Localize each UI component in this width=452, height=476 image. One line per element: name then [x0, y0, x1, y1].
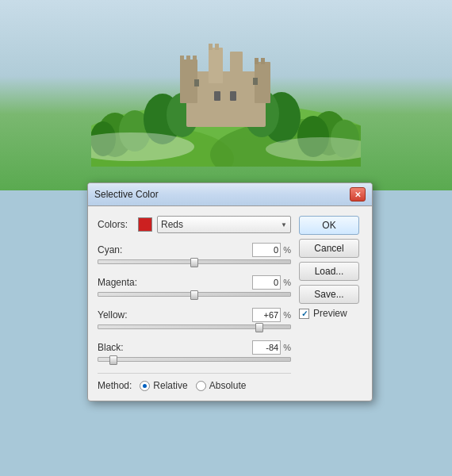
black-percent: %: [283, 343, 291, 352]
absolute-label: Absolute: [209, 380, 247, 391]
dialog-body: Colors: Reds ▼ Cyan: 0 %: [88, 206, 372, 401]
magenta-label-row: Magenta: 0 %: [98, 275, 291, 290]
dialog-titlebar: Selective Color ✕: [88, 183, 372, 206]
black-track[interactable]: [98, 357, 291, 362]
svg-rect-23: [261, 58, 265, 64]
method-row: Method: Relative Absolute: [98, 373, 291, 391]
svg-rect-22: [255, 58, 259, 64]
black-label-row: Black: -84 %: [98, 340, 291, 355]
svg-rect-27: [230, 91, 236, 101]
magenta-percent: %: [283, 278, 291, 287]
checkmark-icon: ✓: [301, 309, 308, 318]
magenta-label: Magenta:: [98, 277, 149, 288]
color-swatch: [138, 217, 152, 232]
svg-rect-21: [193, 56, 197, 62]
svg-rect-24: [209, 44, 213, 50]
svg-rect-25: [215, 44, 219, 50]
relative-radio-dot: [143, 384, 147, 388]
save-button[interactable]: Save...: [299, 285, 359, 304]
castle-svg: [91, 24, 361, 167]
dropdown-arrow-icon: ▼: [281, 221, 287, 228]
ok-button[interactable]: OK: [299, 216, 359, 235]
black-label: Black:: [98, 342, 149, 353]
svg-rect-19: [180, 56, 184, 62]
preview-row: ✓ Preview: [299, 308, 362, 319]
preview-checkbox[interactable]: ✓: [299, 309, 309, 319]
black-thumb[interactable]: [109, 355, 117, 365]
magenta-thumb[interactable]: [190, 290, 198, 300]
yellow-label: Yellow:: [98, 309, 149, 321]
black-value-group: -84 %: [252, 340, 291, 355]
cyan-label-row: Cyan: 0 %: [98, 243, 291, 257]
yellow-percent: %: [283, 310, 291, 320]
black-value[interactable]: -84: [252, 340, 281, 355]
left-panel: Colors: Reds ▼ Cyan: 0 %: [98, 216, 291, 391]
cyan-track[interactable]: [98, 259, 291, 264]
magenta-value[interactable]: 0: [252, 275, 281, 290]
magenta-track[interactable]: [98, 292, 291, 297]
method-label: Method:: [98, 380, 132, 391]
absolute-radio[interactable]: [196, 381, 206, 391]
yellow-slider-row: Yellow: +67 %: [98, 308, 291, 329]
load-button[interactable]: Load...: [299, 262, 359, 281]
cyan-label: Cyan:: [98, 244, 149, 255]
cancel-button[interactable]: Cancel: [299, 239, 359, 258]
black-slider-row: Black: -84 %: [98, 340, 291, 362]
yellow-value[interactable]: +67: [252, 308, 281, 322]
cyan-thumb[interactable]: [190, 258, 198, 267]
yellow-value-group: +67 %: [252, 308, 291, 322]
relative-radio[interactable]: [140, 381, 150, 391]
relative-label: Relative: [153, 380, 187, 391]
cyan-value-group: 0 %: [252, 243, 291, 257]
magenta-value-group: 0 %: [252, 275, 291, 290]
svg-rect-28: [194, 79, 199, 86]
svg-rect-17: [209, 48, 223, 83]
cyan-value[interactable]: 0: [252, 243, 281, 257]
method-absolute-option[interactable]: Absolute: [196, 380, 247, 391]
yellow-thumb[interactable]: [255, 323, 263, 332]
svg-rect-20: [186, 56, 190, 62]
right-panel: OK Cancel Load... Save... ✓ Preview: [299, 216, 362, 391]
yellow-track[interactable]: [98, 324, 291, 329]
cyan-slider-row: Cyan: 0 %: [98, 243, 291, 264]
cyan-percent: %: [283, 245, 291, 255]
color-dropdown[interactable]: Reds ▼: [157, 216, 291, 233]
svg-rect-18: [230, 52, 243, 83]
colors-label: Colors:: [98, 219, 133, 230]
method-relative-option[interactable]: Relative: [140, 380, 187, 391]
magenta-slider-row: Magenta: 0 %: [98, 275, 291, 297]
preview-label: Preview: [313, 308, 347, 319]
yellow-label-row: Yellow: +67 %: [98, 308, 291, 322]
svg-rect-29: [253, 78, 258, 85]
selective-color-dialog: Selective Color ✕ Colors: Reds ▼ Cyan: 0: [87, 182, 373, 401]
close-button[interactable]: ✕: [350, 187, 366, 202]
colors-row: Colors: Reds ▼: [98, 216, 291, 233]
svg-rect-26: [214, 91, 220, 101]
background-image: [0, 0, 452, 190]
dialog-title: Selective Color: [94, 189, 159, 200]
color-dropdown-value: Reds: [161, 219, 281, 230]
